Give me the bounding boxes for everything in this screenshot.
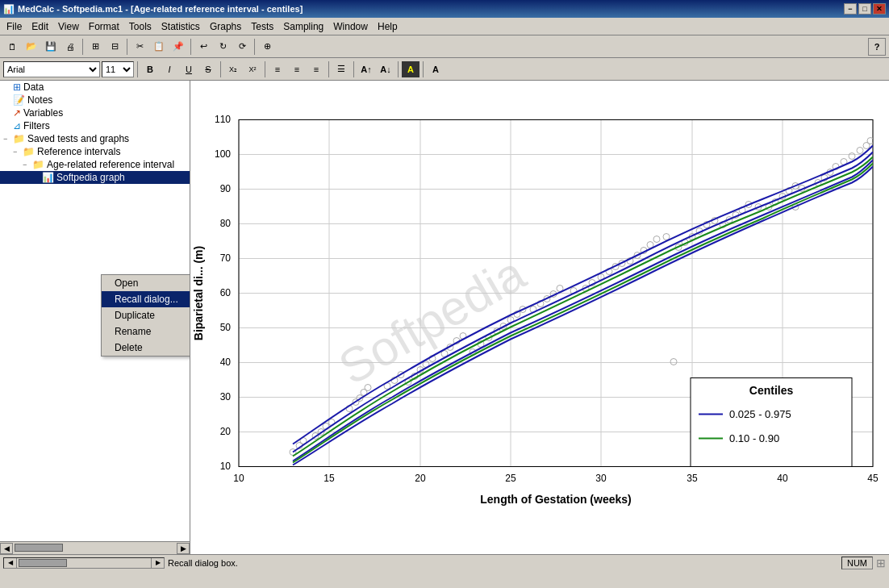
scroll-thumb[interactable]: [15, 544, 63, 552]
maximize-button[interactable]: □: [858, 3, 871, 15]
menu-edit[interactable]: Edit: [27, 18, 53, 35]
status-thumb[interactable]: [19, 559, 67, 567]
close-button[interactable]: ✕: [873, 3, 886, 15]
sidebar-item-data[interactable]: ⊞ Data: [0, 81, 190, 94]
ctx-delete[interactable]: Delete: [102, 340, 190, 356]
sidebar-item-notes[interactable]: 📝 Notes: [0, 94, 190, 106]
subscript-button[interactable]: X₂: [224, 61, 242, 77]
grow-font[interactable]: A↑: [357, 61, 375, 77]
bold-button[interactable]: B: [141, 61, 159, 77]
font-color-button[interactable]: A: [427, 61, 444, 77]
status-bar: ◀ ▶ Recall dialog box. NUM ⊞: [0, 554, 889, 570]
svg-text:40: 40: [777, 473, 788, 484]
svg-text:10: 10: [220, 461, 232, 472]
expand-ref: −: [13, 148, 23, 156]
strikethrough-button[interactable]: S: [199, 61, 217, 77]
ctx-recall[interactable]: Recall dialog...: [102, 291, 190, 307]
svg-text:Centiles: Centiles: [749, 384, 794, 397]
ctx-duplicate[interactable]: Duplicate: [102, 307, 190, 323]
context-menu: Open Recall dialog... Duplicate Rename D…: [101, 274, 190, 357]
tb-open[interactable]: 📂: [23, 38, 40, 56]
data-label: Data: [23, 81, 44, 93]
shrink-font[interactable]: A↓: [377, 61, 394, 77]
window-title: MedCalc - Softpedia.mc1 - [Age-related r…: [18, 4, 303, 14]
scroll-right-btn[interactable]: ▶: [177, 543, 190, 554]
sidebar-item-variables[interactable]: ↗ Variables: [0, 106, 190, 119]
format-sep5: [353, 61, 354, 77]
tb-grid[interactable]: ⊟: [106, 38, 123, 56]
svg-text:30: 30: [220, 391, 232, 402]
menu-graphs[interactable]: Graphs: [205, 18, 246, 35]
tb-new[interactable]: 🗒: [3, 38, 21, 56]
expand-graph: [32, 173, 42, 181]
format-sep1: [137, 61, 138, 77]
sidebar-item-age-related[interactable]: − 📁 Age-related reference interval: [0, 158, 190, 171]
tb-cut[interactable]: ✂: [131, 38, 148, 56]
graph-icon: 📊: [42, 172, 54, 183]
status-scrollbar[interactable]: ◀ ▶: [3, 557, 165, 569]
tb-extra[interactable]: ⊕: [258, 38, 276, 56]
menu-view[interactable]: View: [53, 18, 84, 35]
minimize-button[interactable]: −: [844, 3, 857, 15]
menu-file[interactable]: File: [2, 18, 27, 35]
status-track: [17, 558, 151, 568]
expand-notes: [3, 96, 13, 104]
italic-button[interactable]: I: [161, 61, 178, 77]
format-sep2: [220, 61, 221, 77]
tb-paste[interactable]: 📌: [169, 38, 187, 56]
highlight-button[interactable]: A: [402, 61, 419, 77]
font-selector[interactable]: Arial: [3, 61, 100, 77]
svg-text:60: 60: [220, 287, 232, 298]
filters-label: Filters: [23, 120, 50, 131]
scroll-right[interactable]: ▶: [151, 558, 164, 568]
menu-statistics[interactable]: Statistics: [157, 18, 205, 35]
svg-text:Length of Gestation (weeks): Length of Gestation (weeks): [480, 493, 631, 506]
align-left[interactable]: ≡: [269, 61, 286, 77]
main-area: ⊞ Data 📝 Notes ↗ Variables ⊿ Filters − 📁…: [0, 81, 889, 554]
toolbar-sep3: [190, 39, 191, 55]
ref-intervals-icon: 📁: [23, 146, 35, 157]
ctx-rename[interactable]: Rename: [102, 323, 190, 340]
format-sep4: [328, 61, 329, 77]
svg-text:25: 25: [505, 473, 516, 484]
size-selector[interactable]: 11: [102, 61, 134, 77]
menu-window[interactable]: Window: [328, 18, 373, 35]
scroll-left-btn[interactable]: ◀: [0, 543, 13, 554]
bullet-list[interactable]: ☰: [332, 61, 350, 77]
resize-grip[interactable]: ⊞: [876, 557, 886, 569]
tb-help[interactable]: ?: [868, 38, 886, 56]
svg-text:90: 90: [220, 183, 232, 194]
svg-text:80: 80: [220, 218, 232, 229]
sidebar-scrollbar[interactable]: ◀ ▶: [0, 541, 190, 554]
app-icon: 📊: [3, 4, 15, 15]
filters-icon: ⊿: [13, 120, 21, 131]
tb-redo[interactable]: ↻: [214, 38, 232, 56]
sidebar-item-ref-intervals[interactable]: − 📁 Reference intervals: [0, 145, 190, 158]
scroll-left[interactable]: ◀: [4, 558, 17, 568]
svg-text:0.025 - 0.975: 0.025 - 0.975: [729, 408, 791, 420]
tb-refresh[interactable]: ⟳: [233, 38, 251, 56]
svg-text:30: 30: [595, 473, 607, 484]
tb-print[interactable]: 🖨: [61, 38, 79, 56]
tb-undo[interactable]: ↩: [194, 38, 212, 56]
underline-button[interactable]: U: [180, 61, 198, 77]
align-right[interactable]: ≡: [307, 61, 325, 77]
menu-tools[interactable]: Tools: [124, 18, 157, 35]
svg-text:0.10 - 0.90: 0.10 - 0.90: [729, 432, 779, 444]
ctx-open[interactable]: Open: [102, 275, 190, 291]
expand-variables: [3, 109, 13, 117]
tb-copy[interactable]: 📋: [150, 38, 168, 56]
menu-tests[interactable]: Tests: [246, 18, 278, 35]
age-related-icon: 📁: [32, 159, 44, 170]
tb-table[interactable]: ⊞: [86, 38, 104, 56]
align-center[interactable]: ≡: [288, 61, 306, 77]
tb-save[interactable]: 💾: [42, 38, 60, 56]
sidebar-item-filters[interactable]: ⊿ Filters: [0, 119, 190, 132]
toolbar-sep4: [254, 39, 255, 55]
sidebar-item-softpedia-graph[interactable]: 📊 Softpedia graph: [0, 171, 190, 184]
menu-help[interactable]: Help: [373, 18, 403, 35]
superscript-button[interactable]: X²: [244, 61, 261, 77]
menu-sampling[interactable]: Sampling: [278, 18, 328, 35]
menu-format[interactable]: Format: [84, 18, 124, 35]
sidebar-item-saved-tests[interactable]: − 📁 Saved tests and graphs: [0, 132, 190, 145]
